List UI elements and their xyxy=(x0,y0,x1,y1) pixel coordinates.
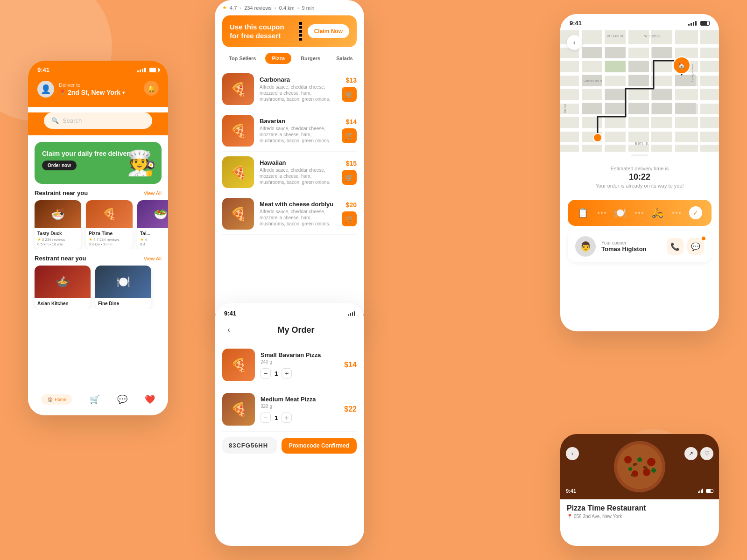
add-to-cart-button[interactable]: 🛒 xyxy=(342,87,357,102)
tab-snacks[interactable]: Snacks xyxy=(362,53,364,64)
svg-rect-7 xyxy=(560,128,719,132)
order-item-image: 🍕 xyxy=(222,393,255,426)
tracking-signal xyxy=(688,21,697,26)
tab-top-sellers[interactable]: Top Sellers xyxy=(222,53,262,64)
svg-rect-25 xyxy=(605,103,626,114)
food-image-table: 🍽️ xyxy=(95,266,151,298)
section1-view-all[interactable]: View All xyxy=(144,190,162,196)
star-icon: ★ xyxy=(89,237,92,242)
deliver-to-label: Deliver to xyxy=(59,82,125,88)
delivery-time: 10:22 xyxy=(570,172,710,182)
claim-now-button[interactable]: Claim Now xyxy=(308,24,349,38)
menu-reviews: 234 reviews xyxy=(244,5,272,11)
chat-icon: 💬 xyxy=(117,394,127,405)
drag-handle xyxy=(631,154,648,156)
order-now-button[interactable]: Order now xyxy=(42,161,77,170)
section2-view-all[interactable]: View All xyxy=(144,256,162,261)
step-prepare-icon: 🍽️ xyxy=(614,207,626,218)
qty-increase-button[interactable]: + xyxy=(282,368,292,378)
menu-item-price: $20 xyxy=(346,201,357,209)
add-to-cart-button[interactable]: 🛒 xyxy=(342,211,357,226)
restaurant-card-tasty-duck[interactable]: 🍜 Tasty Duck ★ 5 234 reviews 0.5 km • 10… xyxy=(35,200,81,249)
share-button[interactable]: ↗ xyxy=(684,447,698,460)
svg-text:E 97th St: E 97th St xyxy=(635,142,648,145)
svg-rect-24 xyxy=(582,103,602,114)
courier-avatar: 👨 xyxy=(575,236,596,257)
courier-label: Your courier xyxy=(601,240,661,245)
section2-title: Restrant near you xyxy=(35,255,86,262)
menu-item-name: Bavarian xyxy=(260,118,336,125)
heart-icon: ❤️ xyxy=(145,394,155,405)
chat-button[interactable]: 💬 xyxy=(687,238,704,255)
svg-text:Central Park N: Central Park N xyxy=(584,79,602,82)
promo-character: 🧑‍🍳 xyxy=(127,149,157,177)
qty-decrease-button[interactable]: − xyxy=(261,413,271,423)
promo-banner[interactable]: Claim your daily free delivery now! Orde… xyxy=(35,142,162,184)
restaurant-meta: 0.4 xyxy=(140,242,168,246)
rating: 4.7 xyxy=(93,238,99,242)
chevron-down-icon: ▾ xyxy=(122,90,125,95)
add-to-cart-button[interactable]: 🛒 xyxy=(342,170,357,185)
add-to-cart-button[interactable]: 🛒 xyxy=(342,128,357,143)
map-area: 🏠 W 114th St W 112th St Central Park N E… xyxy=(560,30,719,152)
avatar: 👤 xyxy=(37,81,54,98)
reviews: 234 reviews xyxy=(45,238,65,242)
svg-text:W 114th St: W 114th St xyxy=(607,35,623,38)
order-title: My Order xyxy=(235,325,357,335)
home-status-bar: 9:41 xyxy=(28,61,168,77)
restaurant-card-table[interactable]: 🍽️ Fine Dine xyxy=(95,266,151,309)
map-svg: 🏠 W 114th St W 112th St Central Park N E… xyxy=(560,30,719,152)
nav-cart[interactable]: 🛒 xyxy=(90,394,100,405)
svg-rect-6 xyxy=(560,114,719,117)
svg-rect-28 xyxy=(675,103,696,114)
tab-salads[interactable]: Salads xyxy=(330,53,359,64)
menu-item-name: Meat with cheese dorblyu xyxy=(260,201,336,208)
order-item-meat: 🍕 Medium Meat Pizza 320 g − 1 + $22 xyxy=(222,387,357,432)
order-item-weight: 240 g xyxy=(261,359,338,364)
svg-text:🏠: 🏠 xyxy=(678,62,686,70)
restaurant-back-button[interactable]: ‹ xyxy=(566,447,579,460)
search-bar[interactable]: 🔍 Search xyxy=(44,112,152,129)
qty-increase-button[interactable]: + xyxy=(282,413,292,423)
svg-rect-18 xyxy=(652,47,672,58)
order-item-weight: 320 g xyxy=(261,404,338,409)
restaurant-card-3[interactable]: 🥗 Tal... ★ 4 0.4 xyxy=(137,200,168,249)
menu-item-desc: Alfredo sauce, cheddar cheese, mozzarell… xyxy=(260,84,336,102)
nav-home[interactable]: 🏠 Home xyxy=(41,394,72,405)
courier-name: Tomas Higlston xyxy=(601,245,661,252)
tab-burgers[interactable]: Burgers xyxy=(294,53,327,64)
promo-confirmed-button[interactable]: Promocode Confirmed xyxy=(282,438,357,454)
svg-rect-21 xyxy=(628,75,649,86)
section1-title: Restraint near you xyxy=(35,189,88,196)
tab-pizza[interactable]: Pizza xyxy=(265,53,291,64)
restaurant-meta: 0.4 km • 9 min xyxy=(89,242,130,246)
svg-rect-26 xyxy=(628,103,649,114)
chat-badge xyxy=(702,237,705,240)
nav-chat[interactable]: 💬 xyxy=(117,394,127,405)
phone-home: 9:41 👤 Deliver to 📍 2nd St, New xyxy=(28,61,168,415)
back-button[interactable]: ‹ xyxy=(222,323,235,336)
svg-rect-12 xyxy=(649,30,651,152)
svg-rect-20 xyxy=(605,89,626,100)
svg-rect-27 xyxy=(652,103,672,114)
restaurants-row-2: 🍲 Asian Kitchen 🍽️ Fine Dine xyxy=(28,266,168,309)
restaurant-status-bar: 9:41 xyxy=(560,434,719,499)
svg-rect-16 xyxy=(605,47,626,58)
restaurant-card-ramen[interactable]: 🍲 Asian Kitchen xyxy=(35,266,91,309)
courier-info: 👨 Your courier Tomas Higlston 📞 💬 xyxy=(568,231,712,262)
menu-item-image: 🍕 xyxy=(222,198,254,230)
favorite-button[interactable]: ♡ xyxy=(700,447,713,460)
signal-bars xyxy=(137,68,146,72)
svg-text:Lexington Ave: Lexington Ave xyxy=(691,64,694,82)
order-item-price: $14 xyxy=(344,361,357,369)
qty-decrease-button[interactable]: − xyxy=(261,368,271,378)
menu-list: 🍕 Carbonara Alfredo sauce, cheddar chees… xyxy=(215,69,364,235)
svg-rect-10 xyxy=(602,30,605,152)
phone-menu: ★ 4.7 • 234 reviews • 0.4 km • 9 min Use… xyxy=(215,0,364,327)
restaurant-card-pizza-time[interactable]: 🍕 Pizza Time ★ 4.7 234 reviews 0.4 km • … xyxy=(86,200,133,249)
map-back-button[interactable]: ‹ xyxy=(567,35,582,50)
call-button[interactable]: 📞 xyxy=(667,238,684,255)
nav-favorites[interactable]: ❤️ xyxy=(145,394,155,405)
notification-bell[interactable]: 🔔 xyxy=(144,81,159,96)
coupon-banner: Use this coupon for free dessert Claim N… xyxy=(222,15,357,47)
